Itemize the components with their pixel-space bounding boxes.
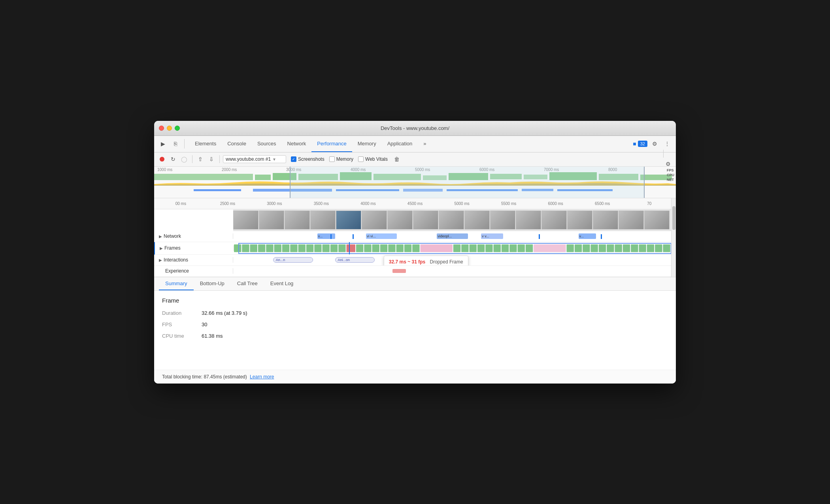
screenshot-14 [567, 211, 592, 229]
timeline-scrollbar[interactable] [671, 198, 676, 277]
fps-label: FPS [667, 168, 674, 172]
screenshot-5 [336, 211, 361, 229]
fullscreen-button[interactable] [175, 126, 180, 131]
url-text: www.youtube.com #1 [226, 156, 271, 162]
learn-more-link[interactable]: Learn more [250, 374, 274, 380]
svg-rect-60 [607, 244, 614, 252]
web-vitals-checkbox[interactable]: Web Vitals [358, 156, 388, 162]
tab-bar-right: ■ 32 ⚙ ⋮ [633, 138, 673, 149]
more-options-icon[interactable]: ⋮ [662, 138, 673, 149]
screenshot-1 [233, 211, 258, 229]
selection-overlay[interactable] [290, 167, 645, 198]
svg-rect-34 [347, 244, 355, 252]
svg-rect-53 [526, 244, 533, 252]
svg-rect-31 [323, 244, 330, 252]
screenshot-6 [362, 211, 387, 229]
toolbar-checkboxes: Screenshots Memory Web Vitals 🗑 [291, 156, 400, 162]
frame-title: Frame [162, 297, 668, 304]
memory-checkbox[interactable]: Memory [329, 156, 353, 162]
svg-rect-23 [258, 244, 265, 252]
upload-button[interactable]: ⇧ [196, 154, 205, 164]
svg-rect-38 [380, 244, 387, 252]
svg-rect-42 [412, 244, 419, 252]
tm-0: 00 ms [157, 201, 204, 206]
net-event-1: v... [317, 233, 335, 239]
tab-bottom-up[interactable]: Bottom-Up [194, 277, 231, 290]
svg-rect-63 [631, 244, 638, 252]
minimize-button[interactable] [167, 126, 172, 131]
tab-performance[interactable]: Performance [311, 135, 352, 152]
main-timeline: 00 ms 2500 ms 3000 ms 3500 ms 4000 ms 45… [154, 198, 676, 277]
network-label[interactable]: ▶ Network [154, 233, 233, 239]
scrollbar-thumb[interactable] [672, 206, 675, 230]
device-icon[interactable]: ⎘ [170, 138, 181, 149]
frames-label[interactable]: ▶ Frames [155, 245, 234, 251]
net-event-4: v v... [481, 233, 503, 239]
screenshot-4 [310, 211, 336, 229]
url-selector[interactable]: www.youtube.com #1 ▼ [223, 155, 286, 163]
tab-console[interactable]: Console [222, 135, 252, 152]
cursor-icon[interactable]: ▶ [157, 138, 168, 149]
svg-rect-44 [453, 244, 460, 252]
net-event-5: v... [579, 233, 596, 239]
tab-sources[interactable]: Sources [252, 135, 282, 152]
svg-rect-47 [477, 244, 485, 252]
interaction-1: An...n [273, 257, 313, 263]
tab-call-tree[interactable]: Call Tree [231, 277, 264, 290]
svg-rect-54 [534, 244, 566, 252]
tab-event-log[interactable]: Event Log [264, 277, 300, 290]
frames-svg [234, 242, 676, 254]
tab-application[interactable]: Application [382, 135, 418, 152]
refresh-button[interactable]: ↻ [168, 154, 178, 164]
download-button[interactable]: ⇩ [207, 154, 216, 164]
tab-memory[interactable]: Memory [352, 135, 382, 152]
svg-rect-30 [314, 244, 321, 252]
svg-rect-56 [575, 244, 582, 252]
exp-bar-1 [392, 269, 406, 273]
screenshot-2 [259, 211, 284, 229]
bottom-footer: Total blocking time: 87.45ms (estimated)… [154, 370, 676, 384]
clear-icon[interactable]: 🗑 [394, 156, 400, 162]
screenshot-7 [387, 211, 413, 229]
frames-row: ▶ Frames [154, 242, 676, 255]
interactions-content: An...n Ani...on 32.7 ms ~ 31 fps Dropped… [233, 255, 676, 265]
screenshots-checkbox[interactable]: Screenshots [291, 156, 324, 162]
svg-rect-57 [583, 244, 590, 252]
interactions-label[interactable]: ▶ Interactions [154, 257, 233, 263]
svg-rect-51 [509, 244, 517, 252]
svg-rect-61 [615, 244, 622, 252]
bottom-content: Frame Duration 32.66 ms (at 3.79 s) FPS … [154, 291, 676, 370]
screenshot-strip [233, 209, 676, 231]
tab-elements[interactable]: Elements [189, 135, 222, 152]
svg-rect-27 [290, 244, 297, 252]
svg-rect-26 [282, 244, 289, 252]
tm-2: 3000 ms [251, 201, 298, 206]
record-button[interactable] [157, 154, 167, 164]
tab-more[interactable]: » [418, 135, 432, 152]
net-marker-4 [601, 234, 602, 239]
mini-label-1: 1000 ms [157, 167, 222, 172]
screenshot-13 [541, 211, 567, 229]
fps-label: FPS [162, 322, 202, 327]
playhead [349, 242, 350, 254]
web-vitals-check-icon [358, 156, 364, 162]
close-button[interactable] [159, 126, 164, 131]
svg-rect-36 [364, 244, 371, 252]
tab-network[interactable]: Network [282, 135, 312, 152]
tab-summary[interactable]: Summary [159, 277, 194, 290]
stat-duration: Duration 32.66 ms (at 3.79 s) [162, 310, 668, 316]
mini-label-2: 2000 ms [222, 167, 286, 172]
screenshot-15 [593, 211, 618, 229]
traffic-lights [159, 126, 180, 131]
cpu-label: CPU [667, 173, 674, 177]
svg-rect-62 [623, 244, 630, 252]
fps-value: 30 [202, 322, 207, 327]
svg-rect-50 [502, 244, 509, 252]
svg-rect-29 [306, 244, 313, 252]
duration-label: Duration [162, 310, 202, 316]
tm-7: 5500 ms [485, 201, 532, 206]
stop-button[interactable]: ◯ [179, 154, 189, 164]
experience-row: Experience [154, 266, 676, 277]
settings-icon[interactable]: ⚙ [649, 138, 660, 149]
screenshot-3 [285, 211, 310, 229]
